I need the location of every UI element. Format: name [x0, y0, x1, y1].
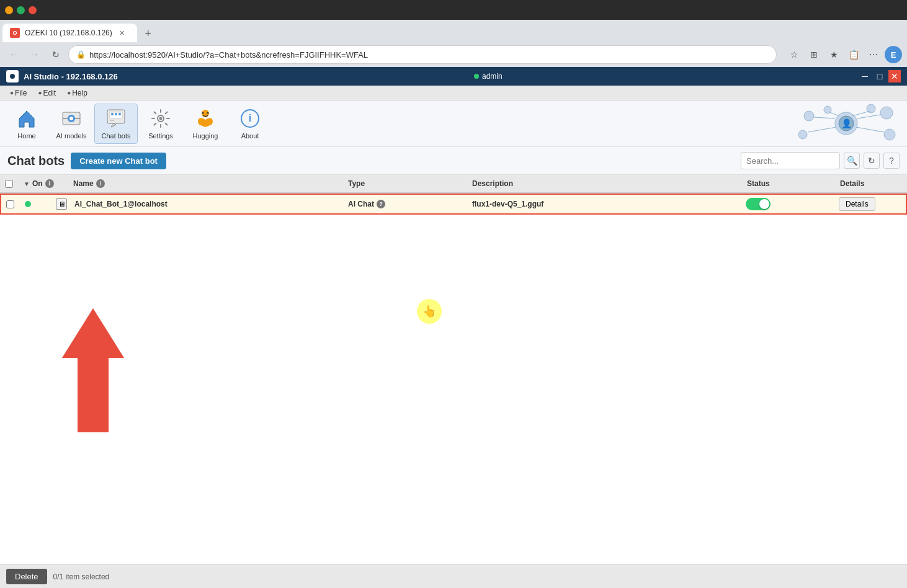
browser-title-bar	[0, 0, 907, 20]
settings-label: Settings	[148, 132, 173, 140]
lock-icon: 🔒	[76, 50, 86, 59]
tl-minimize[interactable]	[5, 6, 13, 14]
app-maximize-btn[interactable]: □	[873, 70, 886, 82]
svg-point-24	[884, 129, 895, 140]
search-icon-btn[interactable]: 🔍	[844, 153, 860, 169]
tl-maximize[interactable]	[17, 6, 25, 14]
tab-favicon: O	[10, 28, 20, 38]
bottom-bar: Delete 0/1 item selected	[0, 564, 907, 588]
delete-btn[interactable]: Delete	[6, 569, 47, 584]
main-content: Chat bots Create new Chat bot 🔍 ↻ ? ▼ On	[0, 147, 907, 564]
tab-bar: O OZEKI 10 (192.168.0.126) ✕ +	[0, 20, 907, 42]
col-type-label: Type	[348, 179, 365, 188]
svg-line-31	[829, 112, 839, 116]
toolbar: Home AI models	[0, 100, 907, 147]
app-logo	[6, 70, 19, 82]
search-input[interactable]	[741, 152, 840, 169]
tl-close[interactable]	[29, 6, 37, 14]
collections-btn[interactable]: 📋	[845, 46, 862, 63]
row-name: AI_Chat_Bot_1@localhost	[74, 200, 168, 208]
svg-point-10	[118, 113, 121, 115]
sort-arrow-icon: ▼	[24, 180, 30, 187]
row-status-dot	[25, 201, 31, 207]
nav-back-btn[interactable]: ←	[5, 46, 22, 63]
col-description-label: Description	[472, 179, 513, 188]
col-on-label: On	[32, 179, 43, 188]
row-type: AI Chat	[348, 200, 374, 208]
nav-reload-btn[interactable]: ↻	[47, 46, 65, 63]
svg-line-27	[814, 117, 835, 118]
red-arrow-annotation	[62, 308, 155, 434]
row-description: flux1-dev-Q5_1.gguf	[472, 200, 543, 208]
col-details-label: Details	[840, 179, 864, 188]
ai-models-label: AI models	[56, 132, 87, 140]
toolbar-about-btn[interactable]: i About	[228, 104, 272, 144]
svg-line-32	[852, 111, 870, 116]
app-title-bar: AI Studio - 192.168.0.126 admin ─ □ ✕	[0, 67, 907, 86]
svg-line-29	[808, 127, 836, 132]
row-checkbox[interactable]	[6, 200, 14, 208]
svg-point-14	[202, 112, 204, 114]
new-tab-btn[interactable]: +	[140, 25, 157, 42]
col-name-info-icon: i	[96, 179, 105, 188]
svg-text:👤: 👤	[841, 118, 852, 129]
svg-marker-33	[62, 308, 124, 432]
page-header: Chat bots Create new Chat bot 🔍 ↻ ?	[0, 147, 907, 175]
table-header: ▼ On i Name i Type Description Status	[0, 175, 907, 194]
app-minimize-btn[interactable]: ─	[859, 70, 871, 82]
selection-status: 0/1 item selected	[53, 572, 110, 581]
svg-point-22	[880, 107, 893, 119]
menu-bar: ● File ● Edit ● Help	[0, 86, 907, 100]
details-btn[interactable]: Details	[839, 197, 875, 211]
svg-point-23	[798, 130, 807, 139]
menu-help[interactable]: ● Help	[62, 87, 92, 99]
toolbar-hugging-btn[interactable]: Hugging	[184, 104, 227, 144]
toolbar-chat-bots-btn[interactable]: Chat bots	[94, 104, 138, 144]
table-row[interactable]: 🖥 AI_Chat_Bot_1@localhost AI Chat ? flux…	[0, 194, 907, 215]
refresh-btn[interactable]: ↻	[864, 153, 880, 169]
svg-point-15	[207, 112, 209, 114]
help-btn[interactable]: ?	[883, 153, 900, 169]
settings-btn[interactable]: ⋯	[865, 46, 882, 63]
active-tab[interactable]: O OZEKI 10 (192.168.0.126) ✕	[2, 24, 137, 42]
create-chat-bot-btn[interactable]: Create new Chat bot	[71, 153, 166, 169]
row-type-info-icon: ?	[377, 200, 385, 208]
toolbar-home-btn[interactable]: Home	[5, 104, 48, 144]
svg-text:i: i	[249, 113, 251, 123]
url-text: https://localhost:9520/AI+Studio/?a=Chat…	[89, 50, 368, 60]
url-bar[interactable]: 🔒 https://localhost:9520/AI+Studio/?a=Ch…	[68, 45, 777, 64]
menu-edit[interactable]: ● Edit	[33, 87, 61, 99]
ai-models-icon	[60, 107, 83, 130]
extensions-btn[interactable]: ⊞	[805, 46, 823, 63]
hugging-icon	[194, 107, 217, 130]
about-label: About	[241, 132, 259, 140]
about-icon: i	[239, 107, 261, 130]
settings-icon	[150, 107, 172, 130]
toolbar-settings-btn[interactable]: Settings	[139, 104, 182, 144]
row-toggle[interactable]	[746, 198, 771, 210]
svg-point-12	[159, 117, 163, 120]
svg-line-28	[857, 115, 880, 118]
nav-forward-btn[interactable]: →	[26, 46, 43, 63]
toolbar-ai-models-btn[interactable]: AI models	[50, 104, 93, 144]
bookmark-btn[interactable]: ☆	[785, 46, 803, 63]
toolbar-network-graphic: 👤	[273, 104, 902, 144]
select-all-checkbox[interactable]	[5, 180, 13, 188]
svg-point-2	[69, 117, 73, 120]
menu-file[interactable]: ● File	[5, 87, 32, 99]
app-close-btn[interactable]: ✕	[888, 70, 901, 82]
favorites-btn[interactable]: ★	[825, 46, 842, 63]
col-on-icon: i	[45, 179, 54, 188]
svg-line-30	[856, 127, 884, 132]
svg-point-8	[111, 113, 114, 115]
tab-close-btn[interactable]: ✕	[117, 28, 127, 38]
admin-status-dot	[474, 74, 479, 79]
hugging-label: Hugging	[193, 132, 218, 140]
profile-btn[interactable]: E	[885, 46, 902, 63]
cursor-highlight: 👆	[417, 299, 442, 324]
col-name-label: Name	[73, 179, 94, 188]
address-bar: ← → ↻ 🔒 https://localhost:9520/AI+Studio…	[0, 42, 907, 67]
svg-point-21	[804, 111, 814, 121]
bot-icon: 🖥	[56, 198, 67, 210]
app-window: AI Studio - 192.168.0.126 admin ─ □ ✕ ● …	[0, 67, 907, 588]
